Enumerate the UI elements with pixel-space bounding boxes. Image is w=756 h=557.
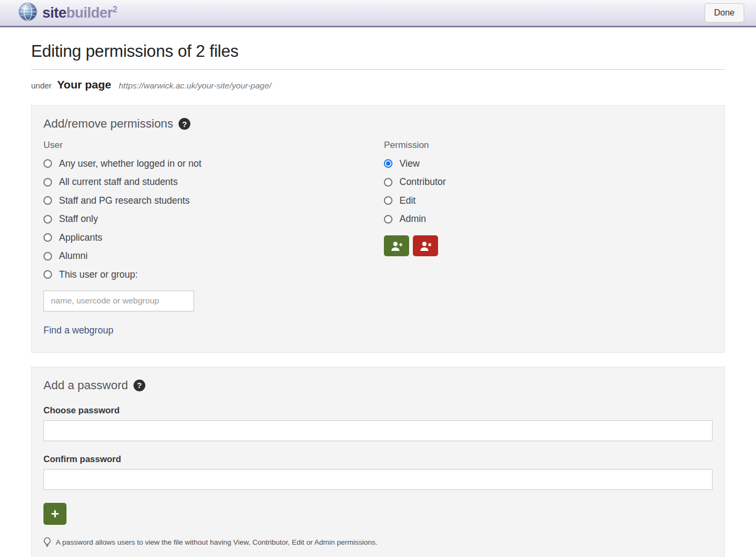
radio-label: Staff and PG research students — [59, 195, 190, 206]
user-plus-icon — [390, 241, 403, 251]
title-divider — [31, 69, 725, 70]
user-option-alumni[interactable]: Alumni — [43, 247, 384, 266]
radio-label: Alumni — [59, 250, 88, 262]
parent-page-name: Your page — [57, 78, 111, 91]
parent-page-url: https://warwick.ac.uk/your-site/your-pag… — [119, 81, 272, 91]
find-webgroup-link[interactable]: Find a webgroup — [43, 325, 113, 336]
user-option-all-staff-students[interactable]: All current staff and students — [43, 173, 384, 192]
remove-permission-button[interactable] — [413, 235, 438, 256]
user-option-all-staff-students-radio[interactable] — [43, 178, 52, 187]
permission-column-label: Permission — [384, 140, 713, 151]
user-option-any-user[interactable]: Any user, whether logged in or not — [43, 154, 384, 173]
logo-wordmark: sitebuilder2 — [42, 5, 117, 21]
sitebuilder-logo[interactable]: sitebuilder2 — [18, 2, 117, 24]
user-option-staff-only[interactable]: Staff only — [43, 210, 384, 229]
permission-option-admin[interactable]: Admin — [384, 210, 713, 229]
user-option-staff-pg-research-radio[interactable] — [43, 196, 52, 205]
main-content: Editing permissions of 2 files under You… — [0, 42, 756, 557]
choose-password-label: Choose password — [43, 405, 713, 415]
permissions-panel: Add/remove permissions ? User Any user, … — [31, 105, 725, 353]
user-option-this-user-or-group[interactable]: This user or group: — [43, 265, 384, 284]
permission-option-admin-radio[interactable] — [384, 215, 392, 224]
usergroup-search-input[interactable] — [43, 291, 194, 311]
user-option-staff-pg-research[interactable]: Staff and PG research students — [43, 191, 384, 210]
user-option-alumni-radio[interactable] — [43, 252, 52, 261]
user-column-label: User — [43, 140, 384, 151]
permission-option-view[interactable]: View — [384, 154, 713, 173]
radio-label: Admin — [399, 213, 426, 225]
user-column: User Any user, whether logged in or not … — [43, 131, 384, 336]
password-note: A password allows users to view the file… — [43, 537, 713, 547]
password-panel: Add a password ? Choose password Confirm… — [31, 367, 725, 557]
question-circle-icon[interactable]: ? — [134, 380, 145, 391]
breadcrumb: under Your page https://warwick.ac.uk/yo… — [31, 78, 725, 91]
radio-label: Applicants — [59, 232, 102, 243]
user-option-any-user-radio[interactable] — [43, 159, 52, 168]
user-option-this-user-or-group-radio[interactable] — [43, 270, 52, 279]
password-panel-title: Add a password — [43, 378, 128, 392]
lightbulb-icon — [43, 537, 51, 547]
question-circle-icon[interactable]: ? — [179, 118, 190, 130]
radio-label: Any user, whether logged in or not — [59, 158, 202, 169]
add-permission-button[interactable] — [384, 235, 409, 256]
permission-option-edit-radio[interactable] — [384, 196, 392, 205]
permission-column: Permission View Contributor Edit Admin — [384, 131, 713, 336]
radio-label: Edit — [399, 195, 416, 206]
confirm-password-label: Confirm password — [43, 454, 713, 464]
page-title: Editing permissions of 2 files — [31, 42, 725, 61]
confirm-password-field[interactable] — [43, 469, 713, 490]
radio-label: Contributor — [399, 176, 446, 188]
radio-label: This user or group: — [59, 269, 138, 280]
permissions-panel-title: Add/remove permissions — [43, 117, 173, 131]
permission-option-contributor[interactable]: Contributor — [384, 173, 713, 192]
radio-label: View — [399, 158, 420, 169]
under-label: under — [31, 81, 51, 90]
user-option-staff-only-radio[interactable] — [43, 215, 52, 224]
permissions-panel-heading: Add/remove permissions ? — [43, 117, 713, 131]
permission-option-edit[interactable]: Edit — [384, 191, 713, 210]
password-note-text: A password allows users to view the file… — [56, 538, 377, 546]
user-option-applicants[interactable]: Applicants — [43, 228, 384, 247]
radio-label: Staff only — [59, 213, 98, 225]
user-option-applicants-radio[interactable] — [43, 233, 52, 242]
done-button[interactable]: Done — [705, 3, 744, 23]
permission-option-view-radio[interactable] — [384, 159, 392, 168]
globe-icon — [18, 2, 38, 24]
choose-password-field[interactable] — [43, 420, 713, 441]
permission-option-contributor-radio[interactable] — [384, 178, 392, 187]
user-remove-icon — [419, 241, 432, 251]
add-password-button[interactable]: + — [43, 503, 66, 525]
radio-label: All current staff and students — [59, 176, 177, 188]
header-bar: sitebuilder2 Done — [0, 0, 756, 27]
password-panel-heading: Add a password ? — [43, 378, 713, 392]
